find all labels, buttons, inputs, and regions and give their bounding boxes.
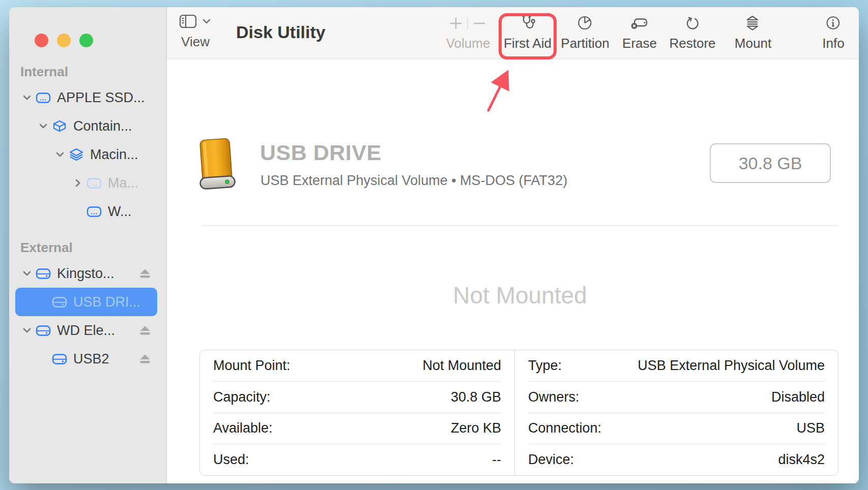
volume-stack-icon <box>68 148 85 161</box>
info-icon <box>822 12 844 35</box>
window-controls <box>35 34 93 47</box>
add-remove-volume-icons <box>445 12 491 35</box>
sidebar-item-label: USB DRI... <box>73 294 140 310</box>
content-area: USB DRIVE USB External Physical Volume •… <box>167 59 859 483</box>
sidebar-item-usb-drive[interactable]: USB DRI... <box>15 288 157 316</box>
details-table: Mount Point: Not Mounted Capacity: 30.8 … <box>199 350 838 476</box>
row-value: -- <box>492 452 501 468</box>
eject-icon[interactable] <box>139 325 154 335</box>
external-drive-icon <box>51 353 68 365</box>
status-not-mounted: Not Mounted <box>201 282 838 309</box>
chevron-down-icon[interactable] <box>19 325 35 335</box>
minimize-button[interactable] <box>57 34 71 47</box>
first-aid-button[interactable]: First Aid <box>504 12 552 51</box>
restore-button[interactable]: Restore <box>669 12 715 51</box>
sidebar-item-kingston[interactable]: Kingsto... <box>15 259 157 288</box>
erase-drive-icon <box>622 12 657 35</box>
sidebar-item-label: Macin... <box>90 147 138 163</box>
external-drive-icon <box>35 267 52 280</box>
mount-icon <box>735 12 771 35</box>
details-right-column: Type: USB External Physical Volume Owner… <box>515 350 838 475</box>
view-button[interactable]: View <box>179 12 212 50</box>
table-row: Type: USB External Physical Volume <box>528 350 825 382</box>
row-label: Available: <box>213 420 273 436</box>
external-drive-icon <box>51 296 68 309</box>
row-value: Zero KB <box>451 420 501 436</box>
row-label: Connection: <box>528 420 601 436</box>
close-button[interactable] <box>35 34 48 47</box>
chevron-down-icon[interactable] <box>52 149 68 160</box>
usb-drive-icon <box>190 136 243 193</box>
row-label: Used: <box>213 452 249 468</box>
row-value: Not Mounted <box>422 358 501 374</box>
table-row: Used: -- <box>213 444 501 475</box>
disk-utility-window: Internal APPLE SSD... Contain... Macin..… <box>9 7 859 483</box>
sidebar: Internal APPLE SSD... Contain... Macin..… <box>9 7 167 483</box>
sidebar-section-internal: Internal <box>9 64 166 79</box>
main-panel: View Disk Utility Volume First Aid <box>167 7 859 483</box>
pie-chart-icon <box>561 12 609 35</box>
capacity-badge: 30.8 GB <box>710 143 831 183</box>
internal-drive-icon <box>85 177 103 190</box>
chevron-down-icon[interactable] <box>36 121 51 131</box>
chevron-down-icon[interactable] <box>19 93 35 103</box>
drive-subtitle: USB External Physical Volume • MS-DOS (F… <box>261 173 567 189</box>
sidebar-item-label: WD Ele... <box>57 323 115 339</box>
zoom-button[interactable] <box>79 34 93 47</box>
erase-button[interactable]: Erase <box>622 12 657 51</box>
sidebar-item-label: Contain... <box>73 118 132 134</box>
details-left-column: Mount Point: Not Mounted Capacity: 30.8 … <box>200 350 515 475</box>
volume-button: Volume <box>445 12 491 51</box>
toolbar: View Disk Utility Volume First Aid <box>167 7 859 59</box>
row-label: Owners: <box>528 389 580 405</box>
table-row: Owners: Disabled <box>528 382 825 413</box>
internal-drive-icon <box>85 205 103 218</box>
sidebar-item-wd-elements[interactable]: WD Ele... <box>15 316 157 345</box>
partition-button[interactable]: Partition <box>561 12 609 51</box>
sidebar-item-apple-ssd[interactable]: APPLE SSD... <box>15 83 157 112</box>
row-label: Type: <box>528 358 562 374</box>
header-divider <box>201 225 838 226</box>
row-label: Device: <box>528 452 574 468</box>
eject-icon[interactable] <box>139 354 154 364</box>
drive-title: USB DRIVE <box>260 140 382 165</box>
info-button[interactable]: Info <box>822 12 844 51</box>
sidebar-item-macintosh-hd[interactable]: Macin... <box>15 140 157 169</box>
sidebar-item-usb2[interactable]: USB2 <box>15 345 157 373</box>
sidebar-item-macintosh-volume[interactable]: Ma... <box>15 169 157 197</box>
sidebar-item-container[interactable]: Contain... <box>15 112 157 140</box>
chevron-down-icon <box>201 16 212 28</box>
chevron-right-icon[interactable] <box>70 178 85 188</box>
view-button-label: View <box>179 34 212 50</box>
table-row: Available: Zero KB <box>213 413 501 445</box>
sidebar-item-label: Kingsto... <box>57 266 114 282</box>
container-icon <box>51 120 68 133</box>
sidebar-toggle-icon <box>179 14 197 30</box>
sidebar-item-label: USB2 <box>73 351 109 367</box>
external-drive-icon <box>35 324 52 337</box>
restore-arrow-icon <box>669 12 715 35</box>
table-row: Connection: USB <box>528 413 825 445</box>
sidebar-item-w-volume[interactable]: W... <box>15 197 157 226</box>
row-value: USB External Physical Volume <box>638 358 825 374</box>
sidebar-item-label: APPLE SSD... <box>57 90 145 106</box>
eject-icon[interactable] <box>139 268 154 279</box>
row-label: Capacity: <box>213 389 271 405</box>
table-row: Capacity: 30.8 GB <box>213 382 501 413</box>
stethoscope-icon <box>504 12 552 35</box>
sidebar-section-external: External <box>9 240 166 255</box>
row-value: disk4s2 <box>778 452 825 468</box>
chevron-down-icon[interactable] <box>19 268 35 279</box>
internal-drive-icon <box>35 91 52 104</box>
row-value: Disabled <box>771 389 825 405</box>
mount-button[interactable]: Mount <box>735 12 771 51</box>
table-row: Mount Point: Not Mounted <box>213 350 501 382</box>
window-title: Disk Utility <box>236 22 326 42</box>
row-label: Mount Point: <box>213 358 291 374</box>
table-row: Device: disk4s2 <box>528 444 825 475</box>
sidebar-item-label: W... <box>108 204 132 220</box>
row-value: 30.8 GB <box>451 389 501 405</box>
row-value: USB <box>796 420 825 436</box>
sidebar-item-label: Ma... <box>108 175 138 191</box>
